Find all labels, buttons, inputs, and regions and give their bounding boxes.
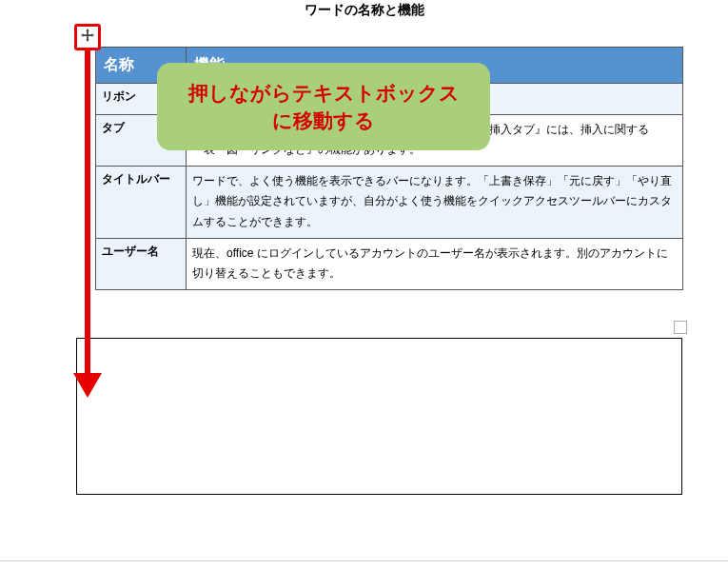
table-row: ユーザー名 現在、office にログインしているアカウントのユーザー名が表示さ… [96,238,683,289]
row-name: ユーザー名 [96,238,187,289]
move-icon [81,29,94,46]
instruction-callout: 押しながらテキストボックス に移動する [157,63,490,150]
callout-text-1: 押しながらテキストボックス [188,82,460,104]
row-name: タイトルバー [96,166,187,238]
target-textbox[interactable] [76,338,682,495]
row-desc: 現在、office にログインしているアカウントのユーザー名が表示されます。別の… [187,238,683,289]
guide-arrow-line [85,50,90,379]
table-move-handle[interactable] [74,24,101,50]
textbox-resize-handle[interactable] [674,321,687,334]
row-desc: ワードで、よく使う機能を表示できるバーになります。「上書き保存」「元に戻す」「や… [187,166,683,238]
page-boundary [0,560,728,561]
table-row: タイトルバー ワードで、よく使う機能を表示できるバーになります。「上書き保存」「… [96,166,683,238]
guide-arrow-head-icon [73,373,102,398]
page-title: ワードの名称と機能 [0,0,728,19]
callout-text-2: に移動する [272,109,375,131]
